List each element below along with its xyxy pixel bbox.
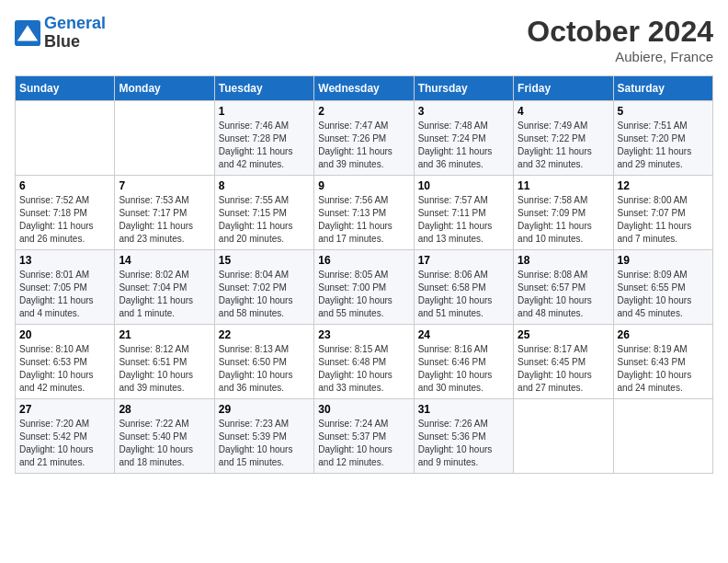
day-info: Sunrise: 7:49 AM Sunset: 7:22 PM Dayligh… <box>518 120 609 171</box>
day-info: Sunrise: 8:05 AM Sunset: 7:00 PM Dayligh… <box>318 269 409 320</box>
day-number: 29 <box>219 403 310 416</box>
day-info: Sunrise: 8:16 AM Sunset: 6:46 PM Dayligh… <box>418 343 509 395</box>
day-info: Sunrise: 7:57 AM Sunset: 7:11 PM Dayligh… <box>418 194 509 246</box>
day-number: 11 <box>518 179 609 192</box>
calendar-cell: 10Sunrise: 7:57 AM Sunset: 7:11 PM Dayli… <box>414 176 513 250</box>
calendar-cell: 8Sunrise: 7:55 AM Sunset: 7:15 PM Daylig… <box>214 176 313 250</box>
calendar-cell <box>514 399 613 474</box>
day-info: Sunrise: 8:04 AM Sunset: 7:02 PM Dayligh… <box>219 269 310 320</box>
day-info: Sunrise: 8:00 AM Sunset: 7:07 PM Dayligh… <box>618 194 709 246</box>
day-number: 4 <box>518 105 609 118</box>
day-info: Sunrise: 8:10 AM Sunset: 6:53 PM Dayligh… <box>19 343 110 395</box>
day-number: 2 <box>318 105 409 118</box>
day-info: Sunrise: 8:17 AM Sunset: 6:45 PM Dayligh… <box>518 343 609 395</box>
day-info: Sunrise: 8:01 AM Sunset: 7:05 PM Dayligh… <box>19 269 110 320</box>
day-info: Sunrise: 7:22 AM Sunset: 5:40 PM Dayligh… <box>119 418 210 469</box>
day-info: Sunrise: 8:09 AM Sunset: 6:55 PM Dayligh… <box>618 269 709 320</box>
day-info: Sunrise: 7:47 AM Sunset: 7:26 PM Dayligh… <box>318 120 409 171</box>
day-info: Sunrise: 7:26 AM Sunset: 5:36 PM Dayligh… <box>418 418 509 469</box>
calendar-cell: 9Sunrise: 7:56 AM Sunset: 7:13 PM Daylig… <box>314 176 414 250</box>
calendar-cell: 19Sunrise: 8:09 AM Sunset: 6:55 PM Dayli… <box>613 250 712 325</box>
calendar-cell: 15Sunrise: 8:04 AM Sunset: 7:02 PM Dayli… <box>214 250 313 325</box>
calendar-cell: 16Sunrise: 8:05 AM Sunset: 7:00 PM Dayli… <box>314 250 414 325</box>
calendar-cell: 25Sunrise: 8:17 AM Sunset: 6:45 PM Dayli… <box>514 325 613 399</box>
day-number: 24 <box>418 328 509 341</box>
day-number: 1 <box>219 105 310 118</box>
day-info: Sunrise: 7:51 AM Sunset: 7:20 PM Dayligh… <box>618 120 709 171</box>
calendar-cell: 12Sunrise: 8:00 AM Sunset: 7:07 PM Dayli… <box>613 176 712 250</box>
calendar-cell: 30Sunrise: 7:24 AM Sunset: 5:37 PM Dayli… <box>314 399 414 474</box>
day-number: 12 <box>618 179 709 192</box>
day-info: Sunrise: 7:20 AM Sunset: 5:42 PM Dayligh… <box>19 418 110 469</box>
day-number: 20 <box>19 328 110 341</box>
weekday-header-saturday: Saturday <box>613 76 712 101</box>
calendar-cell: 17Sunrise: 8:06 AM Sunset: 6:58 PM Dayli… <box>414 250 513 325</box>
weekday-header-friday: Friday <box>514 76 613 101</box>
day-number: 28 <box>119 403 210 416</box>
day-number: 9 <box>318 179 409 192</box>
calendar-cell: 5Sunrise: 7:51 AM Sunset: 7:20 PM Daylig… <box>613 101 712 176</box>
day-info: Sunrise: 8:12 AM Sunset: 6:51 PM Dayligh… <box>119 343 210 395</box>
calendar-table: SundayMondayTuesdayWednesdayThursdayFrid… <box>15 75 713 474</box>
day-info: Sunrise: 8:13 AM Sunset: 6:50 PM Dayligh… <box>219 343 310 395</box>
weekday-header-thursday: Thursday <box>414 76 513 101</box>
day-number: 17 <box>418 254 509 267</box>
day-info: Sunrise: 7:58 AM Sunset: 7:09 PM Dayligh… <box>518 194 609 246</box>
day-number: 22 <box>219 328 310 341</box>
page-header: GeneralBlue October 2024 Aubiere, France <box>15 15 713 64</box>
day-number: 15 <box>219 254 310 267</box>
day-info: Sunrise: 7:48 AM Sunset: 7:24 PM Dayligh… <box>418 120 509 171</box>
day-info: Sunrise: 8:02 AM Sunset: 7:04 PM Dayligh… <box>119 269 210 320</box>
day-number: 21 <box>119 328 210 341</box>
day-info: Sunrise: 8:19 AM Sunset: 6:43 PM Dayligh… <box>618 343 709 395</box>
calendar-cell: 6Sunrise: 7:52 AM Sunset: 7:18 PM Daylig… <box>16 176 115 250</box>
weekday-header-wednesday: Wednesday <box>314 76 414 101</box>
weekday-header-tuesday: Tuesday <box>214 76 313 101</box>
day-info: Sunrise: 7:52 AM Sunset: 7:18 PM Dayligh… <box>19 194 110 246</box>
day-number: 3 <box>418 105 509 118</box>
calendar-cell: 18Sunrise: 8:08 AM Sunset: 6:57 PM Dayli… <box>514 250 613 325</box>
title-block: October 2024 Aubiere, France <box>527 15 713 64</box>
day-info: Sunrise: 7:46 AM Sunset: 7:28 PM Dayligh… <box>219 120 310 171</box>
logo-icon <box>15 20 40 46</box>
calendar-cell <box>16 101 115 176</box>
day-number: 26 <box>618 328 709 341</box>
day-number: 30 <box>318 403 409 416</box>
calendar-cell: 26Sunrise: 8:19 AM Sunset: 6:43 PM Dayli… <box>613 325 712 399</box>
day-info: Sunrise: 8:15 AM Sunset: 6:48 PM Dayligh… <box>318 343 409 395</box>
calendar-cell: 20Sunrise: 8:10 AM Sunset: 6:53 PM Dayli… <box>16 325 115 399</box>
calendar-cell: 31Sunrise: 7:26 AM Sunset: 5:36 PM Dayli… <box>414 399 513 474</box>
calendar-cell: 22Sunrise: 8:13 AM Sunset: 6:50 PM Dayli… <box>214 325 313 399</box>
calendar-cell: 11Sunrise: 7:58 AM Sunset: 7:09 PM Dayli… <box>514 176 613 250</box>
calendar-cell: 21Sunrise: 8:12 AM Sunset: 6:51 PM Dayli… <box>115 325 214 399</box>
calendar-cell: 24Sunrise: 8:16 AM Sunset: 6:46 PM Dayli… <box>414 325 513 399</box>
location: Aubiere, France <box>527 49 713 64</box>
calendar-cell: 1Sunrise: 7:46 AM Sunset: 7:28 PM Daylig… <box>214 101 313 176</box>
calendar-cell: 23Sunrise: 8:15 AM Sunset: 6:48 PM Dayli… <box>314 325 414 399</box>
day-number: 25 <box>518 328 609 341</box>
calendar-cell: 13Sunrise: 8:01 AM Sunset: 7:05 PM Dayli… <box>16 250 115 325</box>
weekday-header-monday: Monday <box>115 76 214 101</box>
day-number: 23 <box>318 328 409 341</box>
calendar-cell: 27Sunrise: 7:20 AM Sunset: 5:42 PM Dayli… <box>16 399 115 474</box>
calendar-cell: 14Sunrise: 8:02 AM Sunset: 7:04 PM Dayli… <box>115 250 214 325</box>
day-info: Sunrise: 7:56 AM Sunset: 7:13 PM Dayligh… <box>318 194 409 246</box>
day-info: Sunrise: 7:53 AM Sunset: 7:17 PM Dayligh… <box>119 194 210 246</box>
day-number: 8 <box>219 179 310 192</box>
day-number: 10 <box>418 179 509 192</box>
day-number: 7 <box>119 179 210 192</box>
day-number: 13 <box>19 254 110 267</box>
calendar-cell: 4Sunrise: 7:49 AM Sunset: 7:22 PM Daylig… <box>514 101 613 176</box>
day-number: 16 <box>318 254 409 267</box>
calendar-cell: 7Sunrise: 7:53 AM Sunset: 7:17 PM Daylig… <box>115 176 214 250</box>
day-info: Sunrise: 7:24 AM Sunset: 5:37 PM Dayligh… <box>318 418 409 469</box>
day-info: Sunrise: 8:08 AM Sunset: 6:57 PM Dayligh… <box>518 269 609 320</box>
day-number: 18 <box>518 254 609 267</box>
day-info: Sunrise: 7:23 AM Sunset: 5:39 PM Dayligh… <box>219 418 310 469</box>
calendar-cell: 3Sunrise: 7:48 AM Sunset: 7:24 PM Daylig… <box>414 101 513 176</box>
calendar-cell <box>115 101 214 176</box>
day-number: 5 <box>618 105 709 118</box>
day-number: 14 <box>119 254 210 267</box>
day-number: 27 <box>19 403 110 416</box>
calendar-cell: 28Sunrise: 7:22 AM Sunset: 5:40 PM Dayli… <box>115 399 214 474</box>
